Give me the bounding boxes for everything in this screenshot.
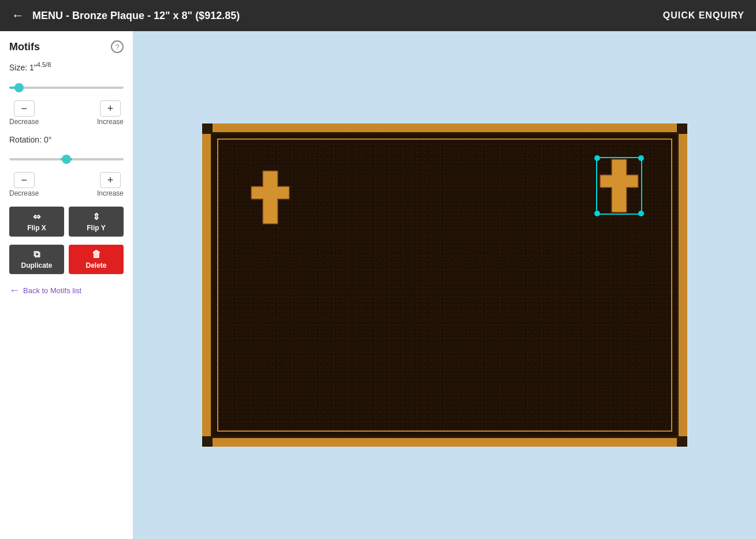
flip-row: ⇔ Flip X ⇕ Flip Y (9, 207, 124, 237)
flip-y-label: Flip Y (87, 224, 105, 232)
cross-motif-right[interactable] (596, 157, 642, 215)
duplicate-label: Duplicate (21, 261, 52, 270)
size-increase-label: Increase (97, 118, 124, 126)
flip-x-button[interactable]: ⇔ Flip X (9, 207, 64, 237)
rotation-stepper-row: − Decrease + Increase (9, 172, 124, 197)
back-motifs-label: Back to Motifs list (23, 286, 81, 295)
rotation-label: Rotation: 0° (9, 135, 124, 144)
flip-x-icon: ⇔ (33, 211, 40, 222)
main-layout: Motifs ? Size: 1"4.5/8 − Decrease + Incr… (0, 31, 756, 539)
back-button[interactable]: ← (12, 8, 24, 23)
corner-bl (202, 436, 213, 447)
size-decrease-label: Decrease (9, 118, 39, 126)
delete-button[interactable]: 🗑 Delete (69, 245, 124, 274)
border-top (213, 123, 677, 134)
handle-tl[interactable] (594, 155, 600, 161)
header-left: ← MENU - Bronze Plaque - 12" x 8" ($912.… (12, 8, 240, 23)
size-label: Size: 1"4.5/8 (9, 61, 124, 73)
help-icon[interactable]: ? (111, 40, 124, 53)
quick-enquiry-button[interactable]: QUICK ENQUIRY (663, 10, 744, 21)
rotation-increase-button[interactable]: + (100, 172, 121, 188)
handle-tr[interactable] (638, 155, 644, 161)
size-slider[interactable] (9, 87, 124, 89)
inner-border-bottom (217, 431, 672, 432)
back-motifs-arrow-icon: ← (9, 285, 20, 297)
sidebar-header: Motifs ? (9, 40, 124, 53)
size-decrease-button[interactable]: − (14, 100, 35, 117)
handle-bl[interactable] (594, 211, 600, 216)
duplicate-delete-row: ⧉ Duplicate 🗑 Delete (9, 245, 124, 274)
corner-br (677, 436, 687, 447)
size-slider-container (9, 81, 124, 91)
header: ← MENU - Bronze Plaque - 12" x 8" ($912.… (0, 0, 756, 31)
border-bottom (213, 436, 677, 447)
canvas-area (133, 31, 756, 539)
handle-br[interactable] (638, 211, 644, 216)
border-right (677, 134, 687, 436)
corner-tr (677, 123, 687, 134)
size-stepper-row: − Decrease + Increase (9, 100, 124, 126)
rotation-increase-group: + Increase (97, 172, 124, 197)
flip-x-label: Flip X (27, 224, 46, 232)
rotation-increase-label: Increase (97, 189, 124, 197)
sidebar: Motifs ? Size: 1"4.5/8 − Decrease + Incr… (0, 31, 133, 539)
duplicate-button[interactable]: ⧉ Duplicate (9, 245, 64, 274)
selection-box (596, 157, 642, 215)
flip-y-icon: ⇕ (92, 211, 100, 222)
duplicate-icon: ⧉ (33, 249, 40, 260)
size-increase-button[interactable]: + (100, 100, 121, 117)
border-left (202, 134, 213, 436)
inner-border-right (671, 139, 672, 432)
rotation-slider[interactable] (9, 158, 124, 160)
delete-label: Delete (85, 261, 106, 270)
rotation-slider-container (9, 152, 124, 163)
header-title: MENU - Bronze Plaque - 12" x 8" ($912.85… (32, 10, 240, 22)
rotation-decrease-button[interactable]: − (14, 172, 35, 188)
rotation-decrease-group: − Decrease (9, 172, 39, 197)
cross-motif-left[interactable] (247, 169, 293, 226)
inner-border-top (217, 139, 672, 140)
back-motifs-link[interactable]: ← Back to Motifs list (9, 285, 124, 297)
plaque-inner[interactable] (213, 134, 677, 436)
size-decrease-group: − Decrease (9, 100, 39, 126)
plaque (202, 123, 687, 447)
corner-tl (202, 123, 213, 134)
sidebar-title: Motifs (9, 41, 40, 53)
flip-y-button[interactable]: ⇕ Flip Y (69, 207, 124, 237)
inner-border-left (217, 139, 218, 432)
plaque-outer (202, 123, 687, 447)
trash-icon: 🗑 (92, 249, 101, 260)
size-increase-group: + Increase (97, 100, 124, 126)
rotation-decrease-label: Decrease (9, 189, 39, 197)
